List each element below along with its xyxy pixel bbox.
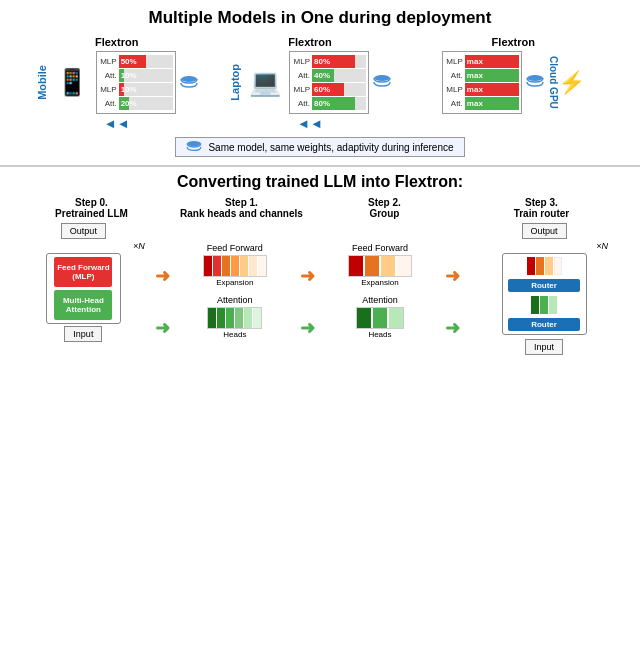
- step1-heads-label: Heads: [223, 330, 246, 339]
- arrow-ff-right-2: ➜: [300, 265, 315, 287]
- arrows-0-1: ➜ ➜: [155, 223, 170, 339]
- step3-att-bars: [531, 296, 557, 314]
- step2-expansion-label: Expansion: [361, 278, 398, 287]
- svg-point-1: [374, 75, 390, 81]
- step1-content: Feed Forward Expansion Attention: [172, 223, 298, 339]
- model-bars-3: MLPmax Att.max MLPmax Att.max: [442, 51, 522, 114]
- device-label-cloud: ⚡ Cloud GPU: [548, 56, 585, 109]
- arrow-att-right-3: ➜: [445, 317, 460, 339]
- step1-ff: Feed Forward Expansion: [203, 243, 267, 287]
- step0-content: Output ×N Feed Forward(MLP) Multi-HeadAt…: [14, 223, 153, 342]
- db-icon-3: [526, 75, 544, 91]
- model-col-mobile: Flextron Mobile 📱 MLP50% Att.10% MLP10% …: [47, 36, 187, 131]
- step-headers: Step 0. Pretrained LLM Step 1. Rank head…: [10, 197, 630, 219]
- step1-ff-label: Feed Forward: [207, 243, 263, 253]
- step3-input-box: Input: [525, 339, 563, 355]
- step2-expansion-bars: [348, 255, 412, 277]
- svg-point-3: [188, 141, 202, 146]
- model-col-cloud: Flextron MLPmax Att.max MLPmax Att.max ⚡…: [433, 36, 593, 114]
- arrow-ff-right: ➜: [155, 265, 170, 287]
- step3-router-ff: Router: [508, 279, 580, 292]
- bottom-section: Converting trained LLM into Flextron: St…: [0, 167, 640, 648]
- step3-output-box: Output: [522, 223, 567, 239]
- arrows-laptop: ◄◄: [297, 116, 323, 131]
- step1-att: Attention Heads: [207, 295, 262, 339]
- arrows-mobile: ◄◄: [104, 116, 130, 131]
- arrow-att-right: ➜: [155, 317, 170, 339]
- times-n-label: ×N: [133, 241, 145, 251]
- step2-heads-bars: [356, 307, 404, 329]
- step2-content: Feed Forward Expansion Attention: [317, 223, 443, 339]
- step3-header: Step 3. Train router: [457, 197, 626, 219]
- ff-mlp-block: Feed Forward(MLP): [54, 257, 112, 287]
- step1-header: Step 1. Rank heads and channels: [171, 197, 312, 219]
- top-title: Multiple Models in One during deployment: [10, 8, 630, 28]
- model-inner-2: Laptop 💻 MLP80% Att.40% MLP60% Att.80%: [229, 51, 391, 114]
- step2-ff-label: Feed Forward: [352, 243, 408, 253]
- arrow-ff-right-3: ➜: [445, 265, 460, 287]
- step2-att-label: Attention: [362, 295, 398, 305]
- mha-block: Multi-HeadAttention: [54, 290, 112, 320]
- input-box: Input: [64, 326, 102, 342]
- step3-box: Router Router: [502, 253, 587, 335]
- svg-point-0: [181, 76, 197, 82]
- arrows-1-2: ➜ ➜: [300, 223, 315, 339]
- output-box: Output: [61, 223, 106, 239]
- arrows-2-3: ➜ ➜: [445, 223, 460, 339]
- step1-expansion-label: Expansion: [216, 278, 253, 287]
- legend-box: Same model, same weights, adaptivity dur…: [175, 137, 464, 157]
- legend-wrapper: Same model, same weights, adaptivity dur…: [10, 131, 630, 161]
- models-row: Flextron Mobile 📱 MLP50% Att.10% MLP10% …: [10, 36, 630, 131]
- diagram-row: Output ×N Feed Forward(MLP) Multi-HeadAt…: [10, 223, 630, 355]
- step3-ff-bars: [527, 257, 562, 275]
- llm-box: Feed Forward(MLP) Multi-HeadAttention: [46, 253, 121, 324]
- top-section: Multiple Models in One during deployment…: [0, 0, 640, 167]
- laptop-icon: 💻: [249, 67, 281, 98]
- device-label-laptop: Laptop: [229, 64, 241, 101]
- device-label-mobile: Mobile: [36, 65, 48, 100]
- bottom-title: Converting trained LLM into Flextron:: [10, 173, 630, 191]
- step3-router-att: Router: [508, 318, 580, 331]
- step1-expansion-bars: [203, 255, 267, 277]
- step3-times-n: ×N: [596, 241, 608, 251]
- main-container: Multiple Models in One during deployment…: [0, 0, 640, 648]
- svg-point-2: [527, 75, 543, 81]
- db-icon-1: [180, 76, 198, 90]
- db-icon-2: [373, 75, 391, 91]
- model-col-laptop: Flextron Laptop 💻 MLP80% Att.40% MLP60% …: [240, 36, 380, 131]
- step1-heads-bars: [207, 307, 262, 329]
- step0-header: Step 0. Pretrained LLM: [14, 197, 169, 219]
- model-inner-3: MLPmax Att.max MLPmax Att.max ⚡ Cloud GP…: [442, 51, 585, 114]
- phone-icon: 📱: [56, 67, 88, 98]
- model-label-3: Flextron: [492, 36, 535, 48]
- legend-text: Same model, same weights, adaptivity dur…: [208, 142, 453, 153]
- step1-att-label: Attention: [217, 295, 253, 305]
- model-label-1: Flextron: [95, 36, 138, 48]
- step2-header: Step 2. Group: [314, 197, 455, 219]
- model-bars-2: MLP80% Att.40% MLP60% Att.80%: [289, 51, 369, 114]
- step2-att: Attention Heads: [356, 295, 404, 339]
- step2-ff: Feed Forward Expansion: [348, 243, 412, 287]
- model-inner-1: Mobile 📱 MLP50% Att.10% MLP10% Att.20%: [36, 51, 198, 114]
- model-label-2: Flextron: [288, 36, 331, 48]
- arrow-att-right-2: ➜: [300, 317, 315, 339]
- model-bars-1: MLP50% Att.10% MLP10% Att.20%: [96, 51, 176, 114]
- step2-heads-label: Heads: [368, 330, 391, 339]
- step3-content: Output ×N Router: [462, 223, 626, 355]
